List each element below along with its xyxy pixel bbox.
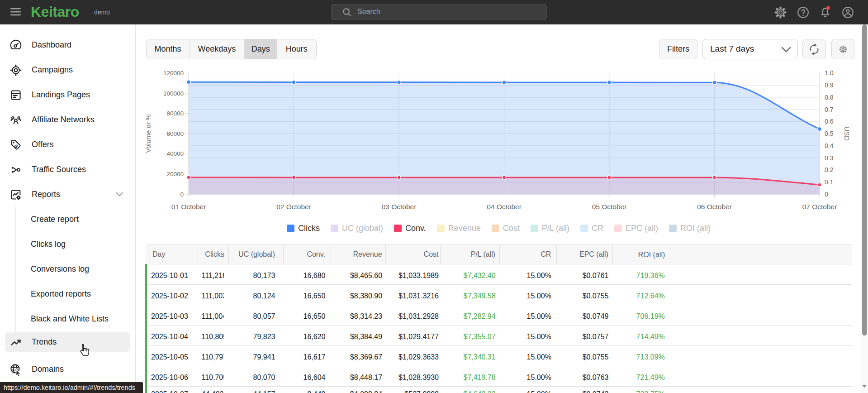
svg-text:0.9: 0.9: [825, 81, 834, 89]
svg-text:s: s: [13, 142, 20, 149]
svg-text:0.3: 0.3: [825, 154, 834, 162]
svg-text:0.8: 0.8: [825, 94, 834, 101]
svg-text:07 October: 07 October: [802, 203, 837, 211]
svg-text:100000: 100000: [163, 90, 184, 97]
svg-text:02 October: 02 October: [276, 203, 311, 211]
svg-text:120000: 120000: [163, 70, 184, 77]
svg-text:0.4: 0.4: [825, 142, 834, 149]
svg-text:0: 0: [825, 191, 828, 198]
svg-text:0.5: 0.5: [825, 130, 834, 137]
svg-text:0.7: 0.7: [825, 106, 834, 113]
svg-text:Volume or %: Volume or %: [144, 114, 152, 153]
svg-text:20000: 20000: [166, 171, 184, 177]
svg-text:0.2: 0.2: [825, 166, 834, 173]
svg-text:60000: 60000: [166, 130, 184, 137]
svg-text:0.1: 0.1: [825, 178, 834, 186]
svg-text:01 October: 01 October: [171, 203, 206, 211]
svg-text:03 October: 03 October: [382, 203, 417, 211]
svg-text:05 October: 05 October: [592, 203, 627, 211]
svg-text:0: 0: [180, 191, 184, 198]
svg-text:USD: USD: [843, 126, 851, 141]
svg-text:40000: 40000: [166, 150, 184, 157]
svg-text:04 October: 04 October: [487, 203, 522, 211]
svg-text:06 October: 06 October: [697, 203, 732, 211]
svg-text:1.0: 1.0: [825, 69, 834, 77]
svg-text:0.6: 0.6: [825, 118, 834, 125]
svg-text:80000: 80000: [166, 110, 184, 117]
